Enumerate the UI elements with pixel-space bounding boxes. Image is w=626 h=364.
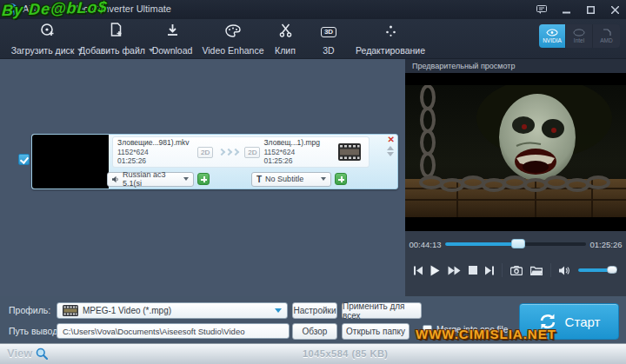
open-folder-icon-button[interactable] [530,266,543,275]
source-duration: 01:25:26 [117,156,194,166]
movie-frame-art [405,73,626,231]
total-time: 01:25:26 [586,240,626,249]
target-file-info: Зловещ...1).mpg 1152*624 01:25:26 [263,138,331,166]
edit-label: Редактирование [356,45,425,56]
file-checkbox[interactable] [18,154,30,165]
file-list: Зловещие...981).mkv 1152*624 01:25:26 2D… [0,59,405,296]
target-filename: Зловещ...1).mpg [263,138,331,148]
snapshot-button[interactable] [510,266,523,275]
audio-track-value: Russian ac3 5.1(si [123,170,180,188]
target-resolution: 1152*624 [263,148,331,157]
source-file-info: Зловещие...981).mkv 1152*624 01:25:26 [117,138,194,166]
load-disc-label: Загрузить диск [11,45,75,56]
apply-all-button[interactable]: Применить для всех [342,302,422,319]
profile-format-icon [63,305,78,316]
seek-progress [445,242,518,246]
clip-button[interactable]: Клип [268,23,303,56]
app-window: Aiseesoft Video Converter Ultimate By De… [0,0,626,364]
profile-value: MPEG-1 Video (*.mpg) [83,306,171,315]
browse-button[interactable]: Обзор [292,323,337,340]
download-label: Download [152,45,193,56]
view-label: View [7,347,32,360]
add-file-icon [110,23,123,37]
move-up-icon[interactable] [387,146,394,150]
gpu-nvidia-button[interactable]: NVIDIA [539,24,566,48]
volume-icon[interactable] [559,266,570,275]
download-icon [166,23,179,37]
remove-file-icon[interactable]: ✕ [388,136,395,144]
volume-slider[interactable] [578,268,618,272]
source-2d-badge: 2D [197,147,213,158]
filmstrip-icon [338,143,361,161]
audio-track-select[interactable]: Russian ac3 5.1(si [107,172,194,187]
file-info-panel: Зловещие...981).mkv 1152*624 01:25:26 2D… [112,136,370,168]
preview-header: Предварительный просмотр [405,59,626,73]
fast-forward-button[interactable] [448,266,461,275]
play-button[interactable] [430,265,440,276]
add-file-button[interactable]: Добавить файл [80,23,153,56]
add-subtitle-button[interactable] [335,173,347,185]
seek-bar[interactable] [445,242,586,246]
profile-select[interactable]: MPEG-1 Video (*.mpg) [57,302,288,319]
seek-row: 00:44:13 01:25:26 [405,235,626,254]
view-control[interactable]: View [7,347,48,360]
amd-logo-icon [603,29,611,36]
maximize-button[interactable] [583,2,598,17]
minimize-button[interactable] [558,2,574,17]
settings-button[interactable]: Настройки [292,302,337,319]
toolbar: Загрузить диск Добавить файл Download Vi… [0,19,626,59]
scissors-icon [279,23,292,37]
open-folder-button[interactable]: Открыть папку [342,323,410,340]
magnifier-icon[interactable] [36,347,48,360]
start-label: Старт [565,314,601,329]
feedback-icon[interactable] [534,2,549,17]
source-filename: Зловещие...981).mkv [117,138,194,148]
speaker-icon [112,175,119,183]
chevron-down-icon [275,308,282,313]
volume-handle[interactable] [607,266,617,274]
target-duration: 01:25:26 [263,156,331,166]
current-time: 00:44:13 [405,240,445,249]
chevron-down-icon [321,177,326,181]
profile-label: Профиль: [9,305,50,315]
site-watermark: WWW.CIMISLIA.NET [416,327,556,341]
add-file-label: Добавить файл [79,45,145,56]
output-path-input[interactable]: C:\Users\Vova\Documents\Aiseesoft Studio… [57,323,290,339]
3d-label: 3D [323,45,334,56]
video-thumbnail [32,135,109,189]
previous-button[interactable] [414,266,423,275]
next-button[interactable] [485,266,494,275]
gpu-intel-button[interactable]: Intel [566,24,593,48]
subtitle-select[interactable]: T No Subtitle [251,172,331,187]
3d-icon: 3D [321,23,336,37]
palette-icon [225,23,241,37]
source-resolution: 1152*624 [117,148,194,157]
magic-dots-icon [384,23,397,37]
nvidia-eye-icon [546,29,558,36]
image-size-info: 1045x584 (85 KB) [303,348,389,359]
stop-button[interactable] [469,266,477,275]
divider [502,263,503,277]
clip-label: Клип [275,45,296,56]
subtitle-t-icon: T [256,175,262,184]
gpu-accel-group: NVIDIA Intel AMD [539,24,620,48]
video-enhance-button[interactable]: Video Enhance [200,23,266,56]
edit-button[interactable]: Редактирование [351,23,430,56]
move-down-icon[interactable] [387,152,394,156]
file-row[interactable]: Зловещие...981).mkv 1152*624 01:25:26 2D… [31,134,398,189]
add-audio-button[interactable] [197,173,210,185]
download-button[interactable]: Download [146,23,198,56]
3d-button[interactable]: 3D 3D [310,23,348,56]
load-disc-button[interactable]: Загрузить диск [12,23,82,56]
close-button[interactable] [607,2,623,17]
gpu-amd-button[interactable]: AMD [593,24,620,48]
subtitle-value: No Subtitle [265,175,303,183]
chevron-down-icon [183,177,189,181]
intel-logo-icon [573,29,585,36]
load-disc-icon [40,23,55,37]
convert-arrows-icon [219,149,238,155]
video-enhance-label: Video Enhance [202,45,263,56]
seek-handle[interactable] [511,239,525,248]
target-2d-badge: 2D [244,147,260,158]
divider [550,263,551,277]
